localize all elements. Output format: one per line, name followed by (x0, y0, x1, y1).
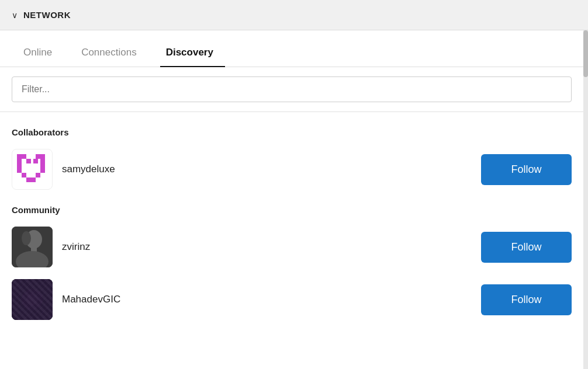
svg-rect-12 (36, 154, 40, 159)
svg-rect-14 (26, 159, 31, 163)
username-label: samydeluxe (62, 163, 472, 175)
zvirinz-avatar-image (12, 227, 53, 267)
header-title: NETWORK (23, 10, 71, 20)
mahadevgic-avatar-image (12, 279, 53, 320)
table-row: zvirinz Follow (12, 221, 572, 273)
follow-button[interactable]: Follow (481, 284, 572, 315)
svg-rect-10 (40, 159, 45, 163)
community-section-label: Community (12, 205, 572, 215)
username-label: MahadevGIC (62, 294, 472, 305)
svg-rect-8 (40, 168, 45, 173)
svg-rect-6 (31, 177, 36, 182)
svg-point-22 (22, 289, 43, 310)
svg-point-23 (26, 294, 38, 305)
svg-rect-1 (17, 159, 22, 163)
svg-rect-4 (22, 173, 26, 177)
tabs-bar: Online Connections Discovery (0, 30, 583, 67)
table-row: MahadevGIC Follow (12, 273, 572, 326)
svg-point-20 (22, 231, 31, 245)
collaborators-section-label: Collaborators (12, 127, 572, 137)
filter-input[interactable] (12, 76, 572, 102)
avatar (12, 279, 53, 320)
tab-connections[interactable]: Connections (75, 41, 148, 67)
svg-rect-21 (12, 279, 53, 320)
follow-button[interactable]: Follow (481, 232, 572, 263)
tab-discovery[interactable]: Discovery (160, 41, 225, 67)
svg-rect-15 (33, 159, 38, 163)
svg-rect-24 (12, 279, 53, 320)
follow-button[interactable]: Follow (481, 154, 572, 185)
tab-online[interactable]: Online (18, 41, 64, 67)
svg-rect-11 (40, 154, 45, 159)
table-row: samydeluxe Follow (12, 143, 572, 196)
svg-rect-2 (17, 163, 22, 168)
svg-rect-7 (36, 173, 40, 177)
discovery-content: Collaborators (0, 112, 583, 369)
main-content: Online Connections Discovery Collaborato… (0, 30, 583, 369)
svg-rect-3 (17, 168, 22, 173)
avatar (12, 149, 53, 190)
scrollbar-thumb[interactable] (583, 30, 588, 77)
username-label: zvirinz (62, 241, 472, 253)
svg-rect-18 (31, 247, 37, 252)
main-wrapper: Online Connections Discovery Collaborato… (0, 30, 588, 369)
scrollbar-track[interactable] (583, 30, 588, 369)
network-header: ∨ NETWORK (0, 0, 588, 30)
avatar (12, 227, 53, 267)
chevron-down-icon[interactable]: ∨ (12, 11, 18, 20)
svg-rect-0 (17, 154, 22, 159)
svg-rect-13 (22, 154, 26, 159)
filter-area (0, 67, 583, 112)
samydeluxe-logo-icon (15, 152, 50, 187)
svg-rect-9 (40, 163, 45, 168)
svg-rect-5 (26, 177, 31, 182)
